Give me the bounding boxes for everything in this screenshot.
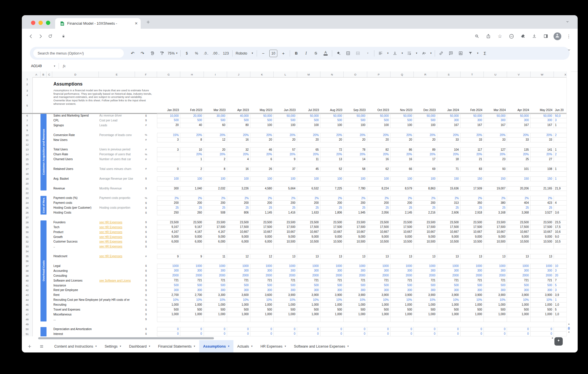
cell[interactable] — [157, 317, 180, 322]
borders-button[interactable] — [343, 49, 353, 58]
cell[interactable]: 3,900 — [531, 293, 554, 298]
cell[interactable]: 108 — [531, 167, 554, 172]
cell[interactable]: 60 — [204, 123, 227, 128]
cell[interactable]: 1,000 — [414, 312, 437, 317]
cell[interactable]: 300 — [204, 288, 227, 293]
cell[interactable]: 300 — [250, 288, 274, 293]
cell[interactable]: 0 — [461, 332, 484, 337]
cell[interactable]: 13 — [484, 254, 507, 259]
cell[interactable]: 1000 — [157, 264, 180, 269]
cell[interactable]: 3,600 — [250, 293, 274, 298]
cell[interactable]: 1,000 — [297, 303, 320, 307]
cell[interactable]: 508 — [204, 210, 227, 215]
cell[interactable]: 0 — [157, 167, 180, 172]
cell[interactable] — [437, 317, 461, 322]
filter-button[interactable] — [466, 49, 475, 58]
row-header-36[interactable]: 36 — [22, 260, 32, 263]
cell[interactable]: 300 — [157, 186, 180, 191]
cell[interactable]: 30,000 — [204, 113, 227, 118]
insert-comment-button[interactable] — [446, 49, 456, 58]
cell[interactable]: 2,145 — [390, 210, 414, 215]
cell[interactable]: 1,000 — [157, 312, 180, 317]
cell[interactable]: 50,000 — [414, 113, 437, 118]
cell[interactable]: 2000 — [157, 274, 180, 278]
cell[interactable]: 26 — [250, 167, 274, 172]
cell[interactable]: 10% — [531, 298, 554, 303]
cell[interactable]: 100 — [414, 123, 437, 128]
cell[interactable]: 5,664 — [274, 186, 297, 191]
cell[interactable]: 0 — [367, 332, 390, 337]
cell[interactable] — [227, 244, 250, 249]
cell[interactable] — [531, 244, 554, 249]
cell[interactable]: 16 — [367, 157, 390, 162]
row-header-33[interactable]: 33 — [22, 245, 32, 248]
row-header-8[interactable]: 8 — [22, 124, 32, 127]
cell[interactable]: 500 — [180, 118, 204, 123]
cell[interactable]: 1000 — [320, 264, 344, 269]
print-button[interactable] — [147, 49, 157, 58]
cell[interactable]: 721 — [227, 278, 250, 283]
cell[interactable]: 17,5 — [554, 225, 566, 230]
cell[interactable]: 20% — [274, 133, 297, 138]
cell[interactable]: 500 — [320, 283, 344, 288]
cell[interactable] — [204, 317, 227, 322]
cell[interactable] — [320, 244, 344, 249]
cell[interactable]: 10% — [461, 298, 484, 303]
cell[interactable]: 3,527 — [531, 210, 554, 215]
cell[interactable]: 300 — [461, 288, 484, 293]
cell[interactable]: 300 — [297, 288, 320, 293]
toolbar-collapse-chevron-icon[interactable] — [567, 48, 571, 53]
cell[interactable]: 1,000 — [250, 303, 274, 307]
cell[interactable]: 150 — [461, 177, 484, 181]
cell[interactable]: 500 — [344, 283, 367, 288]
cell[interactable]: 50,000 — [484, 113, 507, 118]
cell[interactable]: 14 — [344, 157, 367, 162]
row-header-46[interactable]: 46 — [22, 308, 32, 311]
cell[interactable]: 25 — [344, 206, 367, 210]
cell[interactable]: 721 — [157, 278, 180, 283]
cell[interactable]: 7,225 — [320, 186, 344, 191]
cell[interactable] — [554, 332, 566, 337]
horizontal-scrollbar[interactable]: ◂▸ — [22, 336, 578, 340]
cell[interactable]: 500 — [204, 118, 227, 123]
row-header-1[interactable]: 1 — [22, 78, 32, 81]
cell[interactable]: 2% — [437, 196, 461, 201]
cell[interactable]: 20% — [484, 133, 507, 138]
cell[interactable]: 0 — [414, 327, 437, 332]
cell[interactable]: 25 — [157, 206, 180, 210]
cell[interactable]: 101 — [507, 167, 530, 172]
cell[interactable]: 50,000 — [437, 113, 461, 118]
cell[interactable]: 500 — [274, 307, 297, 312]
cell[interactable]: 20% — [180, 152, 204, 157]
cell[interactable]: 721 — [204, 278, 227, 283]
italic-button[interactable]: I — [301, 49, 311, 58]
row-header-21[interactable]: 21 — [22, 187, 32, 190]
cell[interactable]: 500 — [157, 307, 180, 312]
cell[interactable]: 9,000 — [320, 235, 344, 240]
cell[interactable]: 25 — [390, 206, 414, 210]
cell[interactable]: 17,500 — [484, 225, 507, 230]
cell[interactable]: 500 — [274, 118, 297, 123]
code-circle-icon[interactable] — [507, 32, 516, 40]
all-sheets-button[interactable] — [37, 342, 46, 351]
cell[interactable]: 1,000 — [484, 312, 507, 317]
cell[interactable]: 50,000 — [274, 113, 297, 118]
cell[interactable]: 8,579 — [390, 186, 414, 191]
cell[interactable]: 13 — [274, 254, 297, 259]
cell[interactable]: 0 — [461, 327, 484, 332]
cell[interactable]: 25 — [204, 206, 227, 210]
text-wrap-button[interactable] — [405, 49, 414, 58]
row-header-50[interactable]: 50 — [22, 328, 32, 331]
insert-chart-button[interactable] — [456, 49, 466, 58]
cell[interactable] — [367, 317, 390, 322]
cell[interactable]: 500 — [367, 118, 390, 123]
zoom-out-icon[interactable] — [473, 32, 481, 40]
column-header-T[interactable]: T — [461, 71, 484, 77]
cell[interactable]: 50,000 — [250, 113, 274, 118]
cell[interactable]: 500 — [367, 307, 390, 312]
cell[interactable]: 167 — [461, 123, 484, 128]
insert-link-button[interactable] — [436, 49, 446, 58]
cell[interactable]: 2,918 — [461, 210, 484, 215]
column-header-Q[interactable]: Q — [390, 71, 414, 77]
cell[interactable]: 50,000 — [320, 113, 344, 118]
